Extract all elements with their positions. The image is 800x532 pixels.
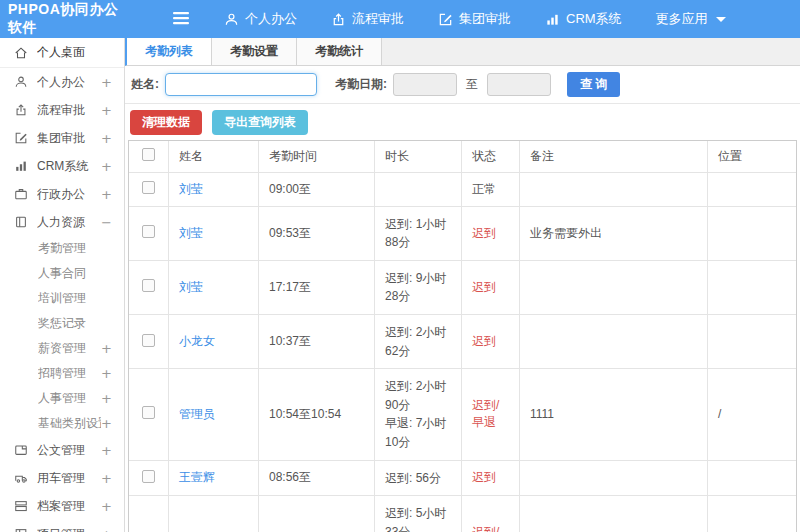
sidebar-item-personal-office[interactable]: 个人办公 + — [0, 68, 124, 96]
search-button[interactable]: 查 询 — [567, 72, 620, 97]
submenu-item-salary-mgmt[interactable]: 薪资管理 + — [0, 336, 124, 361]
sidebar-item-label: 公文管理 — [37, 442, 101, 459]
duration-cell: 迟到: 1小时88分 — [375, 207, 462, 261]
row-checkbox[interactable] — [142, 334, 155, 347]
expand-plus: + — [101, 391, 112, 406]
status-cell: 迟到 — [462, 207, 520, 261]
table-row: 刘莹 17:17至 迟到: 9小时28分 迟到 — [129, 261, 796, 315]
topnav-label: 流程审批 — [352, 10, 404, 28]
employee-name-link[interactable]: 管理员 — [179, 407, 215, 421]
submenu-item-base-category-settings[interactable]: 基础类别设置 + — [0, 411, 124, 436]
table-row: 王壹辉 08:56至 迟到: 56分 迟到 — [129, 461, 796, 497]
project-icon — [14, 527, 29, 532]
hr-submenu: 考勤管理 人事合同 培训管理 奖惩记录 薪资管理 + — [0, 236, 124, 436]
sidebar-item-workflow-approval[interactable]: 流程审批 + — [0, 96, 124, 124]
topnav-label: CRM系统 — [566, 10, 622, 28]
sidebar-item-project-mgmt[interactable]: 项目管理 + — [0, 520, 124, 532]
topnav-personal-office[interactable]: 个人办公 — [212, 0, 309, 38]
topnav-crm-system[interactable]: CRM系统 — [533, 0, 634, 38]
sidebar-item-admin-office[interactable]: 行政办公 + — [0, 180, 124, 208]
date-from-input[interactable] — [393, 73, 457, 96]
main-content: 考勤列表 考勤设置 考勤统计 姓名: 考勤日期: 至 查 询 清理数据 导出查询… — [125, 38, 800, 532]
row-checkbox[interactable] — [142, 181, 155, 194]
submenu-item-attendance-mgmt[interactable]: 考勤管理 — [0, 236, 124, 261]
briefcase-icon — [14, 187, 29, 201]
sidebar-item-label: 人力资源 — [37, 214, 101, 231]
sidebar-item-archive-mgmt[interactable]: 档案管理 + — [0, 492, 124, 520]
edit-icon — [438, 12, 453, 27]
remark-cell — [520, 315, 708, 369]
employee-name-link[interactable]: 刘莹 — [179, 280, 203, 294]
location-cell — [708, 261, 796, 315]
location-cell — [708, 173, 796, 207]
expand-plus: + — [101, 416, 112, 431]
topnav-label: 集团审批 — [459, 10, 511, 28]
location-cell — [708, 461, 796, 497]
sidebar: 个人桌面 个人办公 + 流程审批 + 集团审 — [0, 38, 125, 532]
app-window: PHPOA协同办公软件 个人办公 流程审批 — [0, 0, 800, 532]
topnav-more-apps[interactable]: 更多应用 — [644, 0, 738, 38]
row-checkbox[interactable] — [142, 470, 155, 483]
sidebar-item-document-mgmt[interactable]: 公文管理 + — [0, 436, 124, 464]
header-attendance-time: 考勤时间 — [259, 141, 375, 173]
submenu-item-training-mgmt[interactable]: 培训管理 — [0, 286, 124, 311]
attendance-time-cell: 08:56至 — [259, 461, 375, 497]
attendance-time-cell: 09:53至 — [259, 207, 375, 261]
submenu-item-recruit-mgmt[interactable]: 招聘管理 + — [0, 361, 124, 386]
name-filter-label: 姓名: — [131, 76, 159, 93]
topnav-group-approval[interactable]: 集团审批 — [426, 0, 523, 38]
location-cell: / — [708, 496, 796, 532]
chart-icon — [545, 12, 560, 27]
submenu-item-hr-contract[interactable]: 人事合同 — [0, 261, 124, 286]
status-cell: 迟到 — [462, 261, 520, 315]
tab-attendance-settings[interactable]: 考勤设置 — [212, 38, 297, 65]
header-location: 位置 — [708, 141, 796, 173]
topnav-workflow-approval[interactable]: 流程审批 — [319, 0, 416, 38]
row-checkbox[interactable] — [142, 406, 155, 419]
header-remark: 备注 — [520, 141, 708, 173]
duration-cell: 迟到: 2小时90分 早退: 7小时10分 — [375, 369, 462, 460]
sidebar-item-group-approval[interactable]: 集团审批 + — [0, 124, 124, 152]
user-icon — [224, 12, 239, 27]
location-cell — [708, 207, 796, 261]
tab-attendance-list[interactable]: 考勤列表 — [127, 38, 212, 65]
row-checkbox[interactable] — [142, 279, 155, 292]
sidebar-item-human-resources[interactable]: 人力资源 − — [0, 208, 124, 236]
clean-data-button[interactable]: 清理数据 — [130, 110, 202, 135]
location-cell: / — [708, 369, 796, 460]
employee-name-link[interactable]: 刘莹 — [179, 226, 203, 240]
date-to-input[interactable] — [487, 73, 551, 96]
date-to-label: 至 — [466, 76, 478, 93]
document-icon — [14, 443, 29, 457]
tab-bar: 考勤列表 考勤设置 考勤统计 — [125, 38, 800, 66]
name-filter-input[interactable] — [165, 73, 317, 96]
status-cell: 迟到 — [462, 461, 520, 497]
submenu-item-reward-records[interactable]: 奖惩记录 — [0, 311, 124, 336]
tab-attendance-statistics[interactable]: 考勤统计 — [297, 38, 382, 65]
submenu-item-personnel-mgmt[interactable]: 人事管理 + — [0, 386, 124, 411]
employee-name-link[interactable]: 王壹辉 — [179, 470, 215, 484]
expand-plus: + — [101, 443, 112, 458]
duration-cell: 迟到: 9小时28分 — [375, 261, 462, 315]
sidebar-item-vehicle-mgmt[interactable]: 用车管理 + — [0, 464, 124, 492]
sidebar-item-label: 流程审批 — [37, 102, 101, 119]
attendance-time-cell: 13:20至13:20 — [259, 496, 375, 532]
status-cell: 迟到/早退 — [462, 496, 520, 532]
duration-cell: 迟到: 5小时33分 早退: 4小时67分 — [375, 496, 462, 532]
select-all-checkbox[interactable] — [142, 148, 155, 161]
attendance-table: 姓名 考勤时间 时长 状态 备注 位置 刘莹 09:00至 正常 刘莹 09:5… — [125, 140, 800, 532]
sidebar-item-crm-system[interactable]: CRM系统 + — [0, 152, 124, 180]
employee-name-link[interactable]: 小龙女 — [179, 334, 215, 348]
menu-toggle-button[interactable] — [172, 11, 190, 28]
status-cell: 迟到/早退 — [462, 369, 520, 460]
employee-name-link[interactable]: 刘莹 — [179, 182, 203, 196]
sidebar-item-label: 集团审批 — [37, 130, 101, 147]
expand-plus: + — [101, 471, 112, 486]
export-list-button[interactable]: 导出查询列表 — [212, 110, 308, 135]
sidebar-item-label: 个人桌面 — [37, 44, 112, 61]
row-checkbox[interactable] — [142, 225, 155, 238]
sidebar-item-personal-desktop[interactable]: 个人桌面 — [0, 38, 124, 68]
attendance-time-cell: 17:17至 — [259, 261, 375, 315]
filter-bar: 姓名: 考勤日期: 至 查 询 — [125, 66, 800, 104]
sidebar-item-label: 行政办公 — [37, 186, 101, 203]
